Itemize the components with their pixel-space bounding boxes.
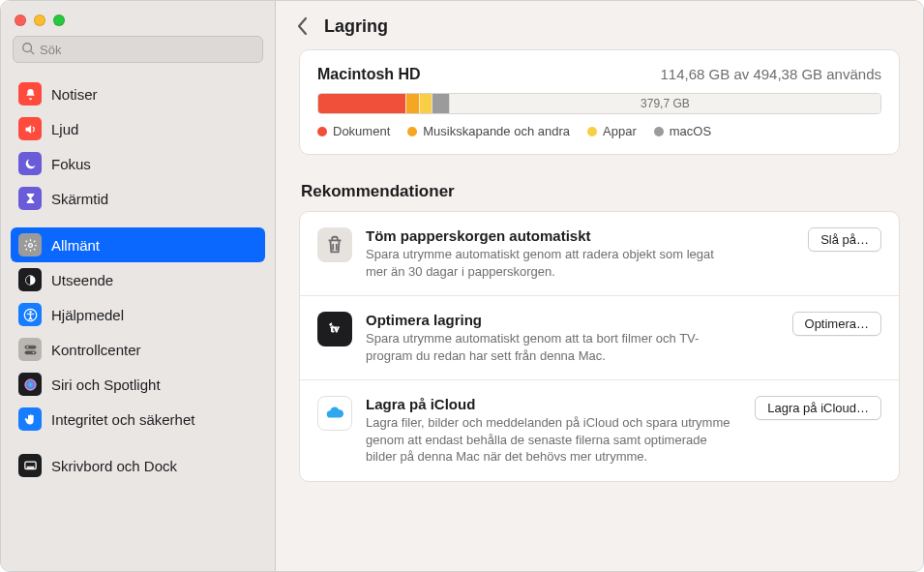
sidebar-item-ljud[interactable]: Ljud [11,111,265,146]
dock-icon [18,454,42,477]
minimize-window-button[interactable] [34,15,45,26]
recommendation-action-button[interactable]: Lagra på iCloud… [755,396,881,420]
legend-item: Appar [587,124,637,138]
sidebar-item-sk-rmtid[interactable]: Skärmtid [11,181,265,216]
recommendation-title: Lagra på iCloud [366,396,741,412]
recommendation-title: Optimera lagring [366,312,779,328]
siri-icon [18,373,42,396]
recommendation-action-button[interactable]: Optimera… [792,312,881,336]
sidebar-item-fokus[interactable]: Fokus [11,146,265,181]
sidebar-item-kontrollcenter[interactable]: Kontrollcenter [11,332,265,367]
sidebar: NotiserLjudFokusSkärmtidAllmäntUtseendeH… [1,1,276,571]
sidebar-item-skrivbord-och-dock[interactable]: Skrivbord och Dock [11,448,265,483]
svg-point-0 [23,43,32,51]
sidebar-item-integritet-och-s-kerhet[interactable]: Integritet och säkerhet [11,402,265,437]
legend-item: Dokument [317,124,390,138]
legend-item: Musikskapande och andra [407,124,570,138]
sidebar-item-label: Allmänt [51,237,100,254]
close-window-button[interactable] [15,15,26,26]
storage-segment [419,94,432,113]
recommendation-title: Töm papperskorgen automatiskt [366,227,794,244]
switches-icon [18,338,42,361]
storage-panel: Macintosh HD 114,68 GB av 494,38 GB anvä… [299,49,900,155]
bell-icon [18,82,42,105]
legend-label: macOS [670,124,711,138]
icloud-icon [317,396,352,431]
recommendation-item: Töm papperskorgen automatisktSpara utrym… [300,212,899,295]
recommendation-description: Spara utrymme automatiskt genom att rade… [366,246,733,280]
search-input[interactable] [40,43,254,57]
sidebar-item-label: Hjälpmedel [51,307,124,323]
hand-icon [18,407,42,431]
accessibility-icon [18,303,42,326]
svg-point-2 [28,243,32,247]
sidebar-item-hj-lpmedel[interactable]: Hjälpmedel [11,297,265,332]
storage-legend: DokumentMusikskapande och andraApparmacO… [317,124,881,138]
back-button[interactable] [291,15,314,38]
storage-bar: 379,7 GB [317,93,881,114]
hourglass-icon [18,187,42,210]
disk-name: Macintosh HD [317,66,421,83]
sidebar-item-notiser[interactable]: Notiser [11,76,265,111]
sidebar-item-siri-och-spotlight[interactable]: Siri och Spotlight [11,367,265,402]
legend-label: Musikskapande och andra [423,124,570,138]
moon-icon [18,152,42,175]
sidebar-item-label: Utseende [51,272,113,288]
search-icon [21,42,40,58]
sidebar-item-utseende[interactable]: Utseende [11,262,265,297]
disk-usage-text: 114,68 GB av 494,38 GB används [661,66,882,82]
window-controls [1,9,275,36]
speaker-icon [18,117,42,140]
recommendation-item: tvOptimera lagringSpara utrymme automati… [300,295,899,379]
trash-icon [317,227,352,262]
sidebar-item-label: Ljud [51,121,78,137]
legend-item: macOS [654,124,711,138]
fullscreen-window-button[interactable] [53,15,65,26]
sidebar-item-label: Kontrollcenter [51,342,141,358]
recommendation-description: Spara utrymme automatiskt genom att ta b… [366,330,733,364]
sidebar-item-label: Integritet och säkerhet [51,411,194,428]
recommendations-title: Rekommendationer [301,182,898,201]
recommendations-list: Töm papperskorgen automatisktSpara utrym… [299,211,900,482]
main-pane: Lagring Macintosh HD 114,68 GB av 494,38… [276,1,923,571]
sidebar-item-label: Fokus [51,156,91,172]
storage-segment [318,94,405,113]
legend-dot-icon [407,127,417,136]
legend-dot-icon [654,127,664,136]
svg-point-5 [29,311,31,313]
svg-point-9 [32,351,34,353]
sidebar-item-label: Skärmtid [51,191,108,207]
svg-line-1 [31,50,35,54]
legend-dot-icon [317,127,327,136]
sidebar-item-allm-nt[interactable]: Allmänt [11,227,265,262]
storage-free-segment: 379,7 GB [449,94,880,113]
gear-icon [18,233,42,256]
svg-rect-12 [26,467,34,468]
sidebar-item-label: Skrivbord och Dock [51,458,177,474]
search-field[interactable] [13,36,263,63]
recommendation-action-button[interactable]: Slå på… [808,227,881,252]
svg-point-10 [24,378,35,389]
page-title: Lagring [324,16,388,37]
appletv-icon: tv [317,312,352,346]
storage-segment [405,94,419,113]
legend-label: Appar [603,124,637,138]
svg-text:tv: tv [331,323,340,334]
svg-point-8 [26,346,28,347]
legend-dot-icon [587,127,597,136]
sidebar-item-label: Siri och Spotlight [51,376,161,393]
storage-segment [432,94,449,113]
appearance-icon [18,268,42,291]
recommendation-description: Lagra filer, bilder och meddelanden på i… [366,414,733,466]
sidebar-item-label: Notiser [51,86,98,103]
recommendation-item: Lagra på iCloudLagra filer, bilder och m… [300,379,899,481]
legend-label: Dokument [333,124,390,138]
